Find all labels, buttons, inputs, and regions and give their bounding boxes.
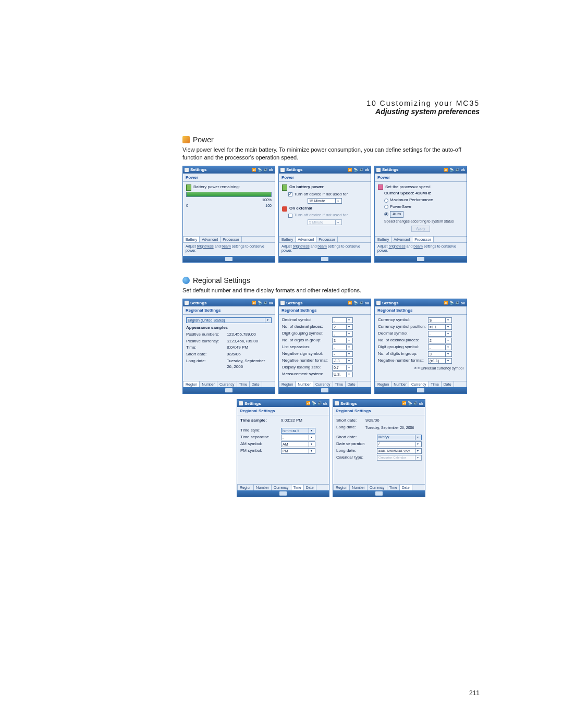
battery-icon: [282, 184, 287, 191]
page-header: 10 Customizing your MC35 Adjusting syste…: [366, 99, 480, 116]
screenshot-regional-currency: Settings📶📡🔊ok Regional Settings Currency…: [374, 299, 467, 394]
plug-icon: [282, 206, 287, 212]
keyboard-icon[interactable]: [321, 388, 328, 392]
signal-icon: 📶: [252, 168, 256, 172]
checkbox[interactable]: [288, 214, 292, 218]
globe-icon: [182, 277, 190, 284]
chip-icon: [378, 184, 383, 190]
chapter-title: 10 Customizing your MC35: [366, 99, 480, 107]
start-icon: [280, 168, 285, 172]
volume-icon: 🔊: [263, 168, 268, 172]
checkbox[interactable]: ✓: [288, 192, 292, 196]
screenshot-power-advanced: Settings📶📡🔊ok Power On battery power ✓Tu…: [278, 166, 371, 263]
locale-select[interactable]: English (United States)▾: [186, 317, 272, 323]
section-subtitle: Adjusting system preferences: [366, 107, 480, 116]
power-description: View power level for the main battery. T…: [182, 146, 480, 162]
keyboard-icon[interactable]: [279, 491, 287, 496]
keyboard-icon[interactable]: [225, 257, 232, 261]
keyboard-icon[interactable]: [417, 257, 424, 261]
section-heading: Power: [182, 135, 480, 144]
minutes-select[interactable]: 15 Minute▾: [308, 198, 342, 204]
titlebar: Settings 📶📡🔊ok: [183, 166, 275, 174]
start-icon: [280, 301, 285, 305]
screenshot-power-processor: Settings📶📡🔊ok Power Set the processor sp…: [374, 166, 467, 263]
hint-text: Adjust brightness and beam settings to c…: [183, 242, 275, 256]
close-icon: ok: [269, 168, 273, 171]
antenna-icon: 📡: [258, 168, 262, 172]
radio-auto[interactable]: [384, 212, 388, 216]
screenshot-regional-time: Settings📶📡🔊ok Regional Settings Time sam…: [237, 399, 329, 497]
regional-heading-text: Regional Settings: [193, 276, 250, 285]
radio-save[interactable]: [384, 205, 388, 209]
start-icon: [185, 168, 189, 172]
keyboard-icon[interactable]: [375, 491, 383, 496]
page-number: 211: [469, 689, 480, 697]
section-power: Power View power level for the main batt…: [182, 135, 480, 263]
screen-name: Power: [183, 174, 275, 182]
power-heading-text: Power: [193, 135, 214, 144]
section-regional: Regional Settings Set default number and…: [182, 276, 480, 497]
start-icon: [239, 401, 243, 405]
start-icon: [376, 168, 381, 172]
keyboard-icon[interactable]: [225, 388, 232, 392]
screenshot-power-battery: Settings 📶📡🔊ok Power Battery power remai…: [182, 166, 275, 263]
tabs[interactable]: Battery Advanced Processor: [183, 236, 275, 242]
keyboard-icon[interactable]: [417, 388, 424, 392]
battery-progress: [186, 192, 272, 197]
start-icon: [185, 301, 189, 305]
keyboard-icon[interactable]: [321, 257, 328, 261]
minutes-select-ext: 5 Minute▾: [308, 219, 342, 225]
screenshot-regional-date: Settings📶📡🔊ok Regional Settings Short da…: [333, 399, 425, 497]
start-icon: [376, 301, 381, 305]
screenshot-regional-region: Settings📶📡🔊ok Regional Settings English …: [182, 299, 275, 394]
battery-icon: [186, 184, 191, 191]
power-icon: [182, 136, 190, 143]
radio-max[interactable]: [384, 199, 388, 203]
apply-button: Apply: [411, 226, 430, 232]
start-icon: [335, 401, 339, 405]
screenshot-regional-number: Settings📶📡🔊ok Regional Settings Decimal …: [278, 299, 371, 394]
